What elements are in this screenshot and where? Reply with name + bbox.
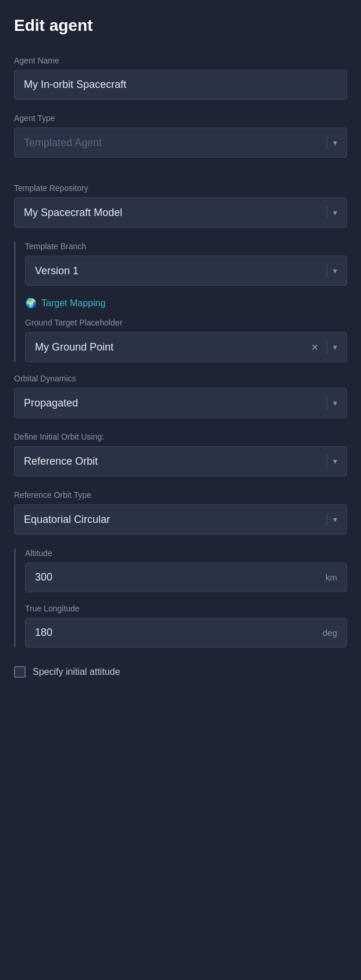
template-repo-group: Template Repository My Spacecraft Model …: [14, 183, 347, 228]
target-mapping-label: Target Mapping: [41, 298, 105, 309]
altitude-unit: km: [325, 572, 337, 582]
define-initial-orbit-group: Define Initial Orbit Using: Reference Or…: [14, 432, 347, 476]
orbital-dynamics-value: Propagated: [24, 397, 321, 409]
template-branch-chevron-icon: ▾: [333, 266, 337, 275]
orbit-params-section: Altitude km True Longitude deg: [14, 549, 347, 648]
agent-type-select[interactable]: Templated Agent ▾: [14, 128, 347, 158]
reference-orbit-type-divider: [327, 513, 327, 526]
define-initial-orbit-divider: [327, 455, 327, 468]
template-branch-select[interactable]: Version 1 ▾: [25, 256, 347, 286]
reference-orbit-type-label: Reference Orbit Type: [14, 490, 347, 500]
template-repo-divider: [327, 206, 327, 219]
orbital-dynamics-group: Orbital Dynamics Propagated ▾: [14, 374, 347, 418]
define-initial-orbit-select[interactable]: Reference Orbit ▾: [14, 446, 347, 476]
template-branch-label: Template Branch: [25, 242, 347, 251]
agent-name-group: Agent Name: [14, 56, 347, 100]
ground-target-select[interactable]: My Ground Point ✕ ▾: [25, 332, 347, 362]
agent-type-label: Agent Type: [14, 114, 347, 123]
agent-name-input[interactable]: [14, 70, 347, 100]
true-longitude-input[interactable]: [35, 627, 318, 639]
define-initial-orbit-value: Reference Orbit: [24, 455, 321, 468]
page-title: Edit agent: [14, 16, 347, 35]
true-longitude-unit: deg: [323, 628, 337, 638]
altitude-input[interactable]: [35, 571, 321, 583]
template-repo-value: My Spacecraft Model: [24, 207, 321, 219]
template-repo-label: Template Repository: [14, 183, 347, 193]
ground-target-clear-icon[interactable]: ✕: [311, 342, 318, 353]
reference-orbit-type-group: Reference Orbit Type Equatorial Circular…: [14, 490, 347, 535]
define-initial-orbit-chevron-icon: ▾: [333, 457, 337, 466]
template-repo-chevron-icon: ▾: [333, 208, 337, 217]
template-repo-select[interactable]: My Spacecraft Model ▾: [14, 197, 347, 228]
ground-target-chevron-icon: ▾: [333, 342, 337, 352]
altitude-label: Altitude: [25, 549, 347, 558]
template-branch-divider: [327, 264, 327, 277]
specify-attitude-group: Specify initial attitude: [14, 666, 347, 678]
reference-orbit-type-select[interactable]: Equatorial Circular ▾: [14, 504, 347, 535]
template-branch-group: Template Branch Version 1 ▾: [25, 242, 347, 286]
ground-target-label: Ground Target Placeholder: [25, 318, 347, 327]
orbital-dynamics-chevron-icon: ▾: [333, 398, 337, 408]
template-branch-value: Version 1: [35, 265, 321, 277]
agent-type-chevron-icon: ▾: [333, 138, 337, 147]
orbital-dynamics-select[interactable]: Propagated ▾: [14, 388, 347, 418]
globe-icon: 🌍: [25, 298, 37, 309]
define-initial-orbit-label: Define Initial Orbit Using:: [14, 432, 347, 441]
agent-type-group: Agent Type Templated Agent ▾: [14, 114, 347, 158]
reference-orbit-type-chevron-icon: ▾: [333, 515, 337, 524]
true-longitude-group: True Longitude deg: [25, 604, 347, 648]
specify-attitude-checkbox[interactable]: [14, 666, 26, 678]
agent-name-label: Agent Name: [14, 56, 347, 65]
true-longitude-label: True Longitude: [25, 604, 347, 613]
ground-target-value: My Ground Point: [35, 341, 311, 353]
orbital-dynamics-label: Orbital Dynamics: [14, 374, 347, 383]
ground-target-divider: [327, 341, 327, 353]
specify-attitude-label: Specify initial attitude: [33, 667, 120, 677]
template-details-section: Template Branch Version 1 ▾ 🌍 Target Map…: [14, 242, 347, 362]
altitude-input-wrapper: km: [25, 562, 347, 592]
orbital-dynamics-divider: [327, 397, 327, 409]
true-longitude-input-wrapper: deg: [25, 618, 347, 648]
ground-target-group: Ground Target Placeholder My Ground Poin…: [25, 318, 347, 362]
altitude-group: Altitude km: [25, 549, 347, 592]
agent-type-divider: [327, 136, 327, 149]
target-mapping-header: 🌍 Target Mapping: [25, 298, 347, 309]
agent-type-placeholder: Templated Agent: [24, 137, 321, 149]
reference-orbit-type-value: Equatorial Circular: [24, 514, 321, 526]
